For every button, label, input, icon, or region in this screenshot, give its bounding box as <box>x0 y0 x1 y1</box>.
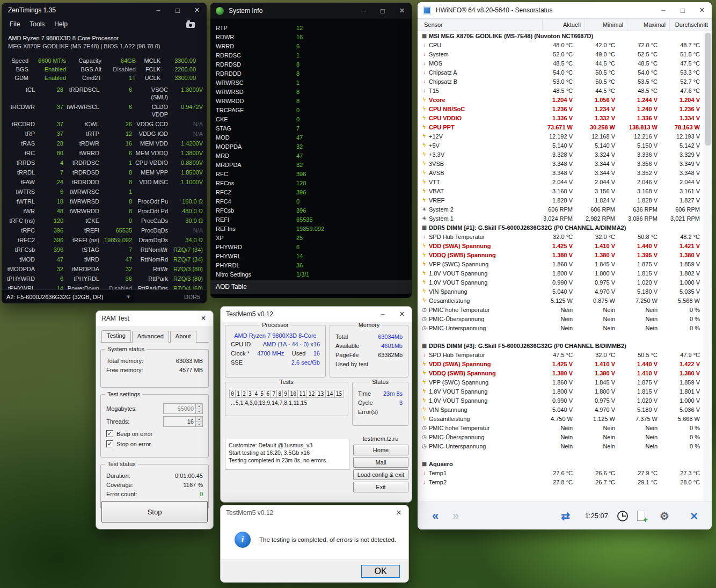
sensor-row[interactable]: Temp2 27.8 °C 26.7 °C 29.1 °C 28.0 °C <box>418 477 704 487</box>
minimize-button[interactable] <box>149 3 168 18</box>
sensor-row[interactable]: PMIC-Unterspannung Nein Nein Nein 0 % <box>418 441 704 451</box>
sensor-section-header[interactable]: Aquaero <box>418 459 704 468</box>
maximize-button[interactable] <box>373 3 392 19</box>
ok-button[interactable]: OK <box>361 565 400 578</box>
sensor-row[interactable]: 1,0V VOUT Spannung 0.990 V 0.975 V 1.020… <box>418 396 704 405</box>
sensor-row[interactable]: System 52.0 °C 49.0 °C 52.5 °C 51.5 °C <box>418 49 704 59</box>
checkbox[interactable] <box>106 430 113 437</box>
action-button[interactable]: Mail <box>353 457 408 468</box>
menu-item[interactable]: Tools <box>25 19 49 29</box>
sync-icon[interactable] <box>556 507 576 525</box>
sensor-row[interactable]: SPD Hub Temperatur 32.0 °C 32.0 °C 50.8 … <box>418 232 704 241</box>
sensor-row[interactable]: 3VSB 3.348 V 3.344 V 3.356 V 3.349 V <box>418 159 704 168</box>
sensor-row[interactable]: CPU NB/SoC 1.236 V 1.234 V 1.240 V 1.236… <box>418 104 704 113</box>
spin-up-icon[interactable] <box>196 417 202 422</box>
tab[interactable]: About <box>170 331 196 343</box>
sensor-row[interactable]: Gesamtleistung 4.750 W 1.125 W 7.375 W 5… <box>418 414 704 423</box>
sensor-row[interactable]: System 1 3,024 RPM 2,982 RPM 3,086 RPM 3… <box>418 214 704 223</box>
sensor-row[interactable]: VDD (SWA) Spannung 1.425 V 1.410 V 1.440… <box>418 359 704 368</box>
maximize-button[interactable] <box>673 2 692 18</box>
sensor-row[interactable]: +5V 5.140 V 5.140 V 5.150 V 5.142 V <box>418 141 704 150</box>
sensor-row[interactable]: CPU 48.0 °C 42.0 °C 72.0 °C 48.7 °C <box>418 40 704 49</box>
checkbox-row[interactable]: Beep on error <box>106 430 203 437</box>
zentimings-titlebar[interactable]: ZenTimings 1.35 <box>2 3 207 18</box>
megabytes-stepper[interactable]: 55000 <box>163 403 203 414</box>
sensor-row[interactable]: VDDQ (SWB) Spannung 1.380 V 1.380 V 1.41… <box>418 368 704 378</box>
sensor-section-header[interactable]: DDR5 DIMM [#3]: G.Skill F5-6000J2636G32G… <box>418 341 704 350</box>
sensor-row[interactable]: T15 48.5 °C 44.5 °C 48.5 °C 47.6 °C <box>418 86 704 95</box>
sensor-row[interactable]: +12V 12.192 V 12.168 V 12.216 V 12.193 V <box>418 132 704 141</box>
dialog-titlebar[interactable]: TestMem5 v0.12 <box>221 505 408 520</box>
sensor-row[interactable]: VDD (SWA) Spannung 1.425 V 1.410 V 1.440… <box>418 241 704 250</box>
sensor-row[interactable]: 1,0V VOUT Spannung 0.990 V 0.975 V 1.020… <box>418 278 704 287</box>
gear-icon[interactable] <box>654 507 675 525</box>
stop-button[interactable]: Stop <box>101 501 208 522</box>
sensor-row[interactable]: AVSB 3.348 V 3.344 V 3.352 V 3.348 V <box>418 168 704 177</box>
spin-down-icon[interactable] <box>196 422 202 427</box>
sensor-row[interactable]: SPD Hub Temperatur 47.5 °C 32.0 °C 50.5 … <box>418 350 704 359</box>
sensor-row[interactable]: Vcore 1.204 V 1.056 V 1.244 V 1.204 V <box>418 95 704 104</box>
minimize-button[interactable] <box>354 3 373 19</box>
checkbox[interactable] <box>106 440 113 447</box>
maximize-button[interactable] <box>168 3 187 18</box>
sensor-row[interactable]: VPP (SWC) Spannung 1.860 V 1.845 V 1.875… <box>418 259 704 268</box>
sensor-row[interactable]: VPP (SWC) Spannung 1.860 V 1.845 V 1.875… <box>418 378 704 387</box>
sensor-column-header[interactable]: Sensor Aktuell Minimal Maximal Durchschn… <box>418 18 712 31</box>
sensor-row[interactable]: MOS 48.5 °C 44.5 °C 48.5 °C 47.5 °C <box>418 59 704 68</box>
column-sensor[interactable]: Sensor <box>418 21 542 28</box>
spin-up-icon[interactable] <box>196 404 202 409</box>
minimize-button[interactable] <box>654 2 673 18</box>
sensor-row[interactable]: 1,8V VOUT Spannung 1.800 V 1.800 V 1.815… <box>418 387 704 396</box>
ramtest-titlebar[interactable]: RAM Test <box>96 311 213 326</box>
sensor-section-header[interactable]: MSI MEG X870E GODLIKE (MS-7E48) (Nuvoton… <box>418 31 704 40</box>
dimm-select[interactable]: A2: F5-6000J2636G32G (32GB, DR) <box>2 290 135 303</box>
sensor-row[interactable]: Chipsatz B 53.0 °C 50.5 °C 53.5 °C 52.7 … <box>418 77 704 86</box>
sensor-row[interactable]: PMIC hohe Temperatur Nein Nein Nein 0 % <box>418 305 704 314</box>
website-label[interactable]: testmem.tz.ru <box>352 435 409 442</box>
scrollbar-thumb[interactable] <box>705 33 711 146</box>
sensor-row[interactable]: PMIC hohe Temperatur Nein Nein Nein 0 % <box>418 423 704 432</box>
system-info-titlebar[interactable]: System Info <box>210 3 412 19</box>
close-button[interactable] <box>194 311 213 326</box>
hwinfo-titlebar[interactable]: HWiNFO® 64 v8.20-5640 - Sensorstatus <box>418 2 712 18</box>
column-current[interactable]: Aktuell <box>542 19 585 31</box>
close-button[interactable] <box>389 505 408 520</box>
sensor-row[interactable]: VIN Spannung 5.040 V 4.970 V 5.180 V 5.0… <box>418 405 704 414</box>
sensor-row[interactable]: 1,8V VOUT Spannung 1.800 V 1.800 V 1.815… <box>418 268 704 278</box>
aod-table-header[interactable]: AOD Table <box>210 280 412 294</box>
threads-stepper[interactable]: 16 <box>163 416 203 427</box>
close-button[interactable] <box>392 307 412 322</box>
sensor-row[interactable]: PMIC-Unterspannung Nein Nein Nein 0 % <box>418 323 704 332</box>
scrollbar[interactable] <box>704 31 712 502</box>
close-button[interactable] <box>187 3 207 18</box>
sensor-row[interactable]: VBAT 3.160 V 3.156 V 3.168 V 3.161 V <box>418 186 704 195</box>
sensor-row[interactable]: Chipsatz A 54.0 °C 50.5 °C 54.0 °C 53.3 … <box>418 68 704 77</box>
minimize-button[interactable] <box>373 307 392 322</box>
sensor-row[interactable]: PMIC-Überspannung Nein Nein Nein 0 % <box>418 432 704 441</box>
tab[interactable]: Advanced <box>132 331 169 343</box>
clock-icon[interactable] <box>617 511 628 521</box>
sensor-row[interactable]: +3,3V 3.328 V 3.324 V 3.336 V 3.329 V <box>418 150 704 159</box>
sensor-row[interactable]: CPU PPT 73.671 W 30.258 W 138.813 W 78.1… <box>418 122 704 132</box>
checkbox-row[interactable]: Stop on error <box>106 440 203 447</box>
sensor-row[interactable]: System 2 606 RPM 606 RPM 636 RPM 606 RPM <box>418 205 704 214</box>
spin-down-icon[interactable] <box>196 409 202 414</box>
sensor-row[interactable]: CPU VDDIO 1.336 V 1.332 V 1.336 V 1.334 … <box>418 113 704 122</box>
close-sensors-icon[interactable] <box>684 507 704 525</box>
action-button[interactable]: Load config & exit <box>353 469 408 480</box>
sensor-section-header[interactable]: DDR5 DIMM [#1]: G.Skill F5-6000J2636G32G… <box>418 223 704 232</box>
action-button[interactable]: Exit <box>353 482 408 492</box>
column-average[interactable]: Durchschnitt <box>669 19 712 31</box>
menu-item[interactable]: File <box>5 19 25 29</box>
column-maximum[interactable]: Maximal <box>627 19 669 31</box>
sensor-row[interactable]: VIN Spannung 5.040 V 4.970 V 5.180 V 5.0… <box>418 287 704 296</box>
sensor-row[interactable]: PMIC-Überspannung Nein Nein Nein 0 % <box>418 314 704 323</box>
close-button[interactable] <box>392 3 412 19</box>
history-back-icon[interactable] <box>425 507 445 525</box>
testmem5-titlebar[interactable]: TestMem5 v0.12 <box>221 307 412 322</box>
report-add-icon[interactable] <box>637 511 645 521</box>
menu-item[interactable]: Help <box>49 19 72 29</box>
sensor-row[interactable]: VREF 1.828 V 1.824 V 1.828 V 1.827 V <box>418 195 704 205</box>
sensor-row[interactable]: Gesamtleistung 5.125 W 0.875 W 7.250 W 5… <box>418 296 704 305</box>
screenshot-camera-icon[interactable] <box>186 22 195 28</box>
